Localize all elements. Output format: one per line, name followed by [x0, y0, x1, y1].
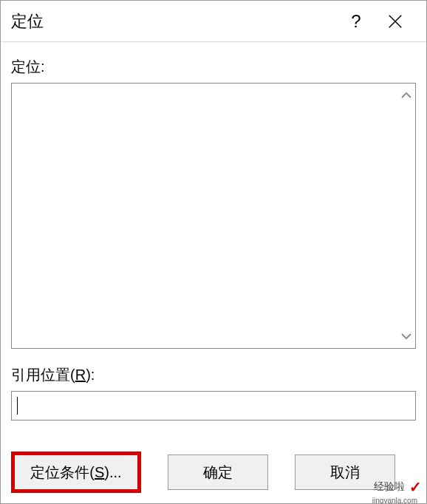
goto-listbox[interactable] [11, 83, 416, 349]
cancel-button[interactable]: 取消 [295, 454, 395, 490]
dialog-content: 定位: 引用位置(R): [1, 42, 426, 420]
reference-input[interactable] [11, 391, 416, 420]
reference-label: 引用位置(R): [11, 365, 416, 385]
help-button[interactable]: ? [338, 1, 375, 42]
dialog-title: 定位 [11, 10, 338, 33]
titlebar: 定位 ? [1, 1, 426, 42]
scroll-down-button[interactable] [397, 329, 415, 344]
watermark-url: jingyanla.com [372, 497, 417, 504]
chevron-down-icon [401, 333, 411, 340]
special-button[interactable]: 定位条件(S)... [11, 452, 141, 493]
listbox-scrollbar [397, 84, 415, 348]
goto-label: 定位: [11, 57, 416, 77]
close-button[interactable] [375, 1, 416, 42]
close-icon [387, 13, 403, 30]
ok-button[interactable]: 确定 [168, 454, 268, 490]
chevron-up-icon [401, 92, 411, 99]
button-row: 定位条件(S)... 确定 取消 [11, 452, 426, 493]
scroll-up-button[interactable] [397, 88, 415, 103]
